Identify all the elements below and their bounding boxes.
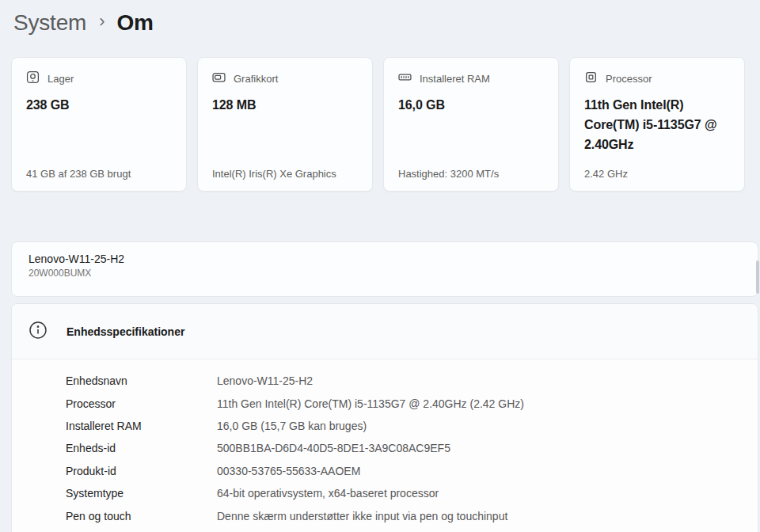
spec-value: 500BB1BA-D6D4-40D5-8DE1-3A9C08AC9EF5 — [217, 442, 758, 454]
spec-row-device-id: Enheds-id 500BB1BA-D6D4-40D5-8DE1-3A9C08… — [66, 437, 758, 459]
device-specs-table: Enhedsnavn Lenovo-W11-25-H2 Processor 11… — [12, 359, 758, 527]
spec-label: Installeret RAM — [66, 420, 217, 432]
spec-row-system-type: Systemtype 64-bit operativsystem, x64-ba… — [66, 482, 758, 504]
processor-card-value: 11th Gen Intel(R) Core(TM) i5-1135G7 @ 2… — [584, 96, 730, 154]
spec-row-device-name: Enhedsnavn Lenovo-W11-25-H2 — [66, 370, 758, 392]
device-specs-header[interactable]: Enhedsspecifikationer — [12, 304, 758, 359]
ram-card-header: Installeret RAM — [398, 70, 544, 86]
storage-card-detail: 41 GB af 238 GB brugt — [26, 168, 177, 180]
summary-cards-row: Lager 238 GB 41 GB af 238 GB brugt Grafi… — [11, 57, 745, 192]
device-specs-title: Enhedsspecifikationer — [66, 325, 184, 338]
processor-card-header: Processor — [584, 70, 730, 86]
ram-card-detail: Hastighed: 3200 MT/s — [398, 168, 549, 180]
device-specs-card: Enhedsspecifikationer Enhedsnavn Lenovo-… — [11, 303, 758, 532]
processor-card-label: Processor — [606, 73, 652, 85]
cpu-icon — [584, 70, 598, 86]
graphics-card-detail: Intel(R) Iris(R) Xe Graphics — [212, 168, 363, 180]
chevron-right-icon: › — [99, 11, 104, 35]
spec-label: Enhedsnavn — [66, 374, 217, 387]
processor-card-detail: 2.42 GHz — [584, 168, 735, 180]
storage-card[interactable]: Lager 238 GB 41 GB af 238 GB brugt — [11, 57, 187, 192]
graphics-card[interactable]: Grafikkort 128 MB Intel(R) Iris(R) Xe Gr… — [197, 57, 373, 192]
spec-value: 64-bit operativsystem, x64-baseret proce… — [217, 487, 758, 500]
device-name: Lenovo-W11-25-H2 — [28, 253, 741, 265]
spec-value: Denne skærm understøtter ikke input via … — [217, 510, 758, 522]
spec-row-product-id: Produkt-id 00330-53765-55633-AAOEM — [66, 460, 758, 482]
vertical-scrollbar[interactable] — [756, 260, 759, 294]
gpu-icon — [212, 70, 226, 86]
ram-card[interactable]: Installeret RAM 16,0 GB Hastighed: 3200 … — [383, 57, 559, 192]
spec-row-processor: Processor 11th Gen Intel(R) Core(TM) i5-… — [66, 392, 758, 414]
breadcrumb: System › Om — [13, 10, 154, 36]
storage-card-label: Lager — [48, 73, 74, 85]
device-model: 20W000BUMX — [28, 268, 741, 279]
spec-row-installed-ram: Installeret RAM 16,0 GB (15,7 GB kan bru… — [66, 415, 758, 437]
spec-value: 00330-53765-55633-AAOEM — [217, 465, 758, 477]
spec-row-pen-touch: Pen og touch Denne skærm understøtter ik… — [66, 504, 758, 526]
ram-card-value: 16,0 GB — [398, 96, 544, 116]
breadcrumb-system[interactable]: System — [13, 10, 86, 36]
spec-label: Processor — [66, 397, 217, 410]
ram-card-label: Installeret RAM — [420, 73, 490, 85]
spec-label: Produkt-id — [66, 465, 217, 477]
spec-value: 11th Gen Intel(R) Core(TM) i5-1135G7 @ 2… — [217, 397, 758, 410]
page-title: Om — [116, 10, 153, 36]
spec-label: Enheds-id — [66, 442, 217, 454]
storage-icon — [26, 70, 40, 86]
ram-icon — [398, 70, 412, 86]
spec-label: Pen og touch — [66, 510, 217, 522]
processor-card[interactable]: Processor 11th Gen Intel(R) Core(TM) i5-… — [569, 57, 745, 192]
graphics-card-header: Grafikkort — [212, 70, 358, 86]
device-name-card: Lenovo-W11-25-H2 20W000BUMX — [11, 241, 758, 297]
spec-value: 16,0 GB (15,7 GB kan bruges) — [217, 420, 758, 432]
graphics-card-value: 128 MB — [212, 96, 358, 116]
graphics-card-label: Grafikkort — [234, 73, 278, 85]
spec-label: Systemtype — [66, 487, 217, 500]
info-icon — [28, 321, 48, 343]
spec-value: Lenovo-W11-25-H2 — [217, 374, 758, 387]
storage-card-header: Lager — [26, 70, 172, 86]
storage-card-value: 238 GB — [26, 96, 172, 116]
